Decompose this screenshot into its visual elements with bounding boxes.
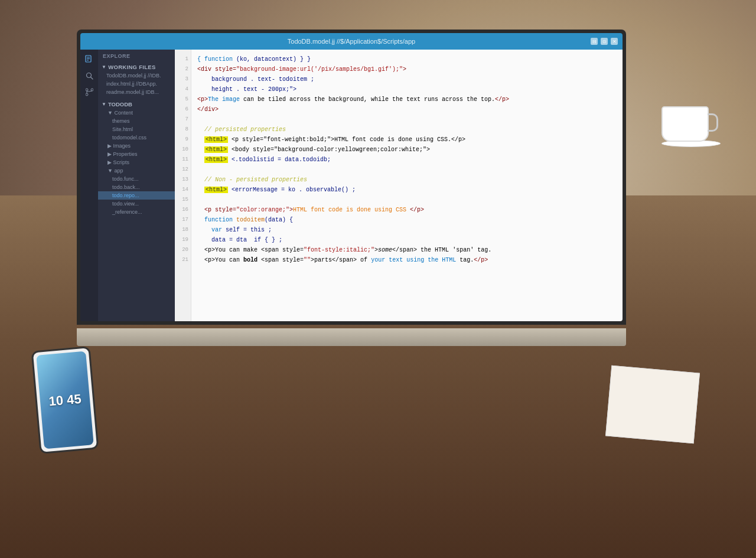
- images-folder[interactable]: ▶ Images: [98, 142, 175, 150]
- code-line-8: // persisted properties: [197, 125, 617, 135]
- svg-line-5: [90, 77, 93, 79]
- sidebar: EXPLORE ▼ WORKING FILES TodolDB.model.jj…: [80, 50, 175, 321]
- title-bar-controls: ⊟ ⊙ ✕: [591, 38, 618, 45]
- file-item-tododb[interactable]: TodolDB.model.jj //IDB.: [98, 71, 175, 80]
- tododb-label: TODODB: [108, 101, 132, 107]
- sitehtml-file[interactable]: Site.html: [98, 125, 175, 133]
- code-editor: 123456789101112131415161718192021 { func…: [175, 50, 623, 321]
- sidebar-full: EXPLORE ▼ WORKING FILES TodolDB.model.jj…: [80, 50, 175, 321]
- close-icon[interactable]: ✕: [611, 38, 618, 45]
- files-icon[interactable]: [83, 54, 95, 64]
- laptop-keyboard: [77, 328, 626, 346]
- code-lines[interactable]: { function (ko, datacontext) } } <div st…: [191, 50, 623, 321]
- title-bar-text: TodoDB.model.jj //$/Application$/Scripts…: [288, 38, 415, 45]
- working-files-title: ▼ WORKING FILES: [98, 63, 175, 71]
- title-bar: TodoDB.model.jj //$/Application$/Scripts…: [80, 33, 623, 50]
- app-folder[interactable]: ▼ app: [98, 167, 175, 175]
- code-line-6: </div>: [197, 105, 617, 115]
- reference-file[interactable]: _reference...: [98, 208, 175, 216]
- properties-folder[interactable]: ▶ Properties: [98, 150, 175, 158]
- laptop: TodoDB.model.jj //$/Application$/Scripts…: [77, 30, 744, 410]
- search-icon[interactable]: [83, 71, 95, 80]
- code-line-9: <html> <p style="font-weight:bold;">HTML…: [197, 135, 617, 145]
- code-line-3: background . text- todoitem ;: [197, 74, 617, 84]
- tododb-section: ▼ TODODB ▼ Content themes Site.html todo…: [98, 100, 175, 216]
- code-line-17: function todoitem(data) {: [197, 215, 617, 225]
- code-line-19: data = dta if { } ;: [197, 235, 617, 245]
- code-line-16: <p style="color:orange;">HTML font code …: [197, 205, 617, 215]
- code-content: 123456789101112131415161718192021 { func…: [175, 50, 623, 321]
- code-line-1: { function (ko, datacontext) } }: [197, 54, 617, 64]
- code-line-20: <p>You can make <span style="font-style:…: [197, 245, 617, 255]
- code-line-18: var self = this ;: [197, 225, 617, 235]
- code-line-2: <div style="background-image:url('/pix/s…: [197, 64, 617, 74]
- svg-point-6: [86, 89, 88, 91]
- todo-view-file[interactable]: todo.view...: [98, 200, 175, 208]
- content-folder[interactable]: ▼ Content: [98, 109, 175, 117]
- code-line-5: <p>The image can be tiled across the bac…: [197, 94, 617, 105]
- file-item-index[interactable]: index.html.jj //DBApp.: [98, 80, 175, 88]
- themes-file[interactable]: themes: [98, 117, 175, 125]
- working-files-arrow: ▼: [102, 64, 106, 70]
- git-icon[interactable]: [83, 87, 95, 97]
- todo-repo-file[interactable]: todo.repo...: [98, 191, 175, 200]
- code-line-7: [197, 115, 617, 125]
- maximize-icon[interactable]: ⊙: [601, 38, 608, 45]
- code-line-10: <html> <body style="background-color:yel…: [197, 145, 617, 155]
- code-line-4: height . text - 200px;">: [197, 84, 617, 94]
- code-line-13: // Non - persisted properties: [197, 175, 617, 185]
- working-files-label: WORKING FILES: [108, 64, 155, 70]
- scripts-folder[interactable]: ▶ Scripts: [98, 158, 175, 167]
- sidebar-icon-rail: [80, 50, 98, 321]
- svg-point-7: [91, 89, 93, 91]
- working-files-section: ▼ WORKING FILES TodolDB.model.jj //IDB. …: [98, 61, 175, 97]
- file-item-readme[interactable]: readme.model.jj IDB...: [98, 88, 175, 96]
- minimize-icon[interactable]: ⊟: [591, 38, 598, 45]
- code-line-15: [197, 195, 617, 205]
- tododb-title: ▼ TODODB: [98, 100, 175, 109]
- code-line-21: <p>You can bold <span style="">parts</sp…: [197, 255, 617, 265]
- laptop-screen-bezel: TodoDB.model.jj //$/Application$/Scripts…: [77, 30, 626, 325]
- laptop-screen: TodoDB.model.jj //$/Application$/Scripts…: [80, 33, 623, 321]
- code-line-11: <html> <.todolistid = data.todoidb;: [197, 155, 617, 165]
- todomodelcss-file[interactable]: todomodel.css: [98, 133, 175, 142]
- todo-func-file[interactable]: todo.func...: [98, 175, 175, 183]
- line-numbers: 123456789101112131415161718192021: [175, 50, 191, 321]
- tododb-arrow: ▼: [102, 102, 106, 107]
- todo-back-file[interactable]: todo.back...: [98, 183, 175, 191]
- screen-content: EXPLORE ▼ WORKING FILES TodolDB.model.jj…: [80, 50, 623, 321]
- svg-point-8: [86, 93, 88, 96]
- sidebar-main: EXPLORE ▼ WORKING FILES TodolDB.model.jj…: [98, 50, 175, 321]
- code-line-12: [197, 165, 617, 175]
- code-line-14: <html> <errorMessage = ko . observable()…: [197, 185, 617, 195]
- explore-header: EXPLORE: [98, 50, 175, 61]
